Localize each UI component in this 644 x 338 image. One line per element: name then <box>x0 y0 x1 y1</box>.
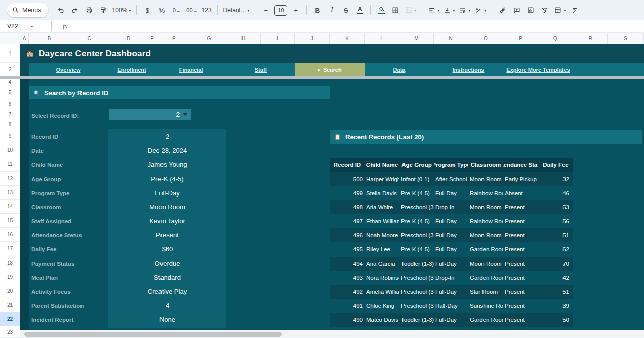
horizontal-scrollbar-thumb[interactable] <box>24 332 282 337</box>
table-cell: Star Room <box>468 285 503 299</box>
column-header-R[interactable]: R <box>573 33 608 44</box>
strikethrough-button[interactable]: S <box>339 4 352 17</box>
column-header-L[interactable]: L <box>365 33 399 44</box>
column-header-P[interactable]: P <box>503 33 538 44</box>
increase-font-size-button[interactable]: + <box>289 4 302 17</box>
cell-reference-box[interactable]: V22 ▾ <box>0 23 48 30</box>
field-label-age-group: Age Group <box>31 172 107 186</box>
row-header-2[interactable]: 2 <box>0 63 20 76</box>
tab-staff[interactable]: Staff <box>226 63 295 76</box>
menus-button[interactable]: Menus <box>7 3 48 17</box>
font-family-control[interactable]: Defaul... ▾ <box>222 4 251 17</box>
row-header-7[interactable]: 7 <box>0 109 20 120</box>
row-header-18[interactable]: 18 <box>0 256 20 270</box>
column-header-C[interactable]: C <box>70 33 108 44</box>
tab-search[interactable]: ▸Search <box>295 63 365 76</box>
table-views-control[interactable]: ▾ <box>552 4 567 17</box>
filter-button[interactable] <box>538 4 551 17</box>
text-wrap-control[interactable]: ▾ <box>457 4 472 17</box>
format-percent-button[interactable]: % <box>155 4 168 17</box>
row-header-10[interactable]: 10 <box>0 143 20 157</box>
column-header-O[interactable]: O <box>468 33 503 44</box>
select-all-corner[interactable] <box>0 33 20 44</box>
print-button[interactable] <box>83 4 96 17</box>
horizontal-scrollbar[interactable] <box>20 330 644 338</box>
row-header-19[interactable]: 19 <box>0 270 20 284</box>
tab-explore-more-templates[interactable]: Explore More Templates <box>503 63 573 76</box>
row-header-22[interactable]: 22 <box>0 312 20 326</box>
bold-button[interactable]: B <box>311 4 324 17</box>
table-cell: Full-Day <box>434 242 468 257</box>
column-header-I[interactable]: I <box>261 33 295 44</box>
merge-cells-button[interactable]: ▾ <box>403 4 418 17</box>
column-header-N[interactable]: N <box>434 33 468 44</box>
column-header-J[interactable]: J <box>295 33 330 44</box>
increase-decimal-button[interactable]: .00→ <box>183 4 199 17</box>
row-header-12[interactable]: 12 <box>0 172 20 186</box>
column-header-S[interactable]: S <box>608 33 644 44</box>
row-header-15[interactable]: 15 <box>0 214 20 228</box>
column-header-B[interactable]: B <box>29 33 70 44</box>
italic-button[interactable]: I <box>325 4 338 17</box>
field-value-meal-plan: Standard <box>108 271 226 285</box>
column-header-K[interactable]: K <box>330 33 365 44</box>
tab-enrollment[interactable]: Enrollment <box>108 63 155 76</box>
fill-color-button[interactable] <box>375 4 388 17</box>
column-header-H[interactable]: H <box>226 33 261 44</box>
paint-format-button[interactable] <box>97 4 110 17</box>
row-header-20[interactable]: 20 <box>0 284 20 298</box>
record-id-dropdown[interactable]: 2 <box>109 109 191 120</box>
row-header-4[interactable]: 4 <box>0 79 20 86</box>
table-cell: Amelia Williams <box>365 285 399 299</box>
redo-button[interactable] <box>68 4 82 17</box>
column-header-E[interactable]: E <box>149 33 155 44</box>
row-header-17[interactable]: 17 <box>0 242 20 256</box>
number-format-button[interactable]: 123 <box>200 4 213 17</box>
table-cell: Full-Day <box>434 228 468 242</box>
row-header-1[interactable]: 1 <box>0 44 20 63</box>
row-header-21[interactable]: 21 <box>0 298 20 312</box>
sheet-grid: 124567891011121314151617181920212223 Day… <box>0 44 644 338</box>
table-cell: 46 <box>538 186 573 200</box>
column-header-M[interactable]: M <box>399 33 434 44</box>
field-value-attendance-status: Present <box>108 228 226 242</box>
column-header-G[interactable]: G <box>192 33 226 44</box>
font-size-input[interactable]: 10 <box>274 5 287 16</box>
column-header-F[interactable]: F <box>155 33 192 44</box>
table-cell: Preschool (3-4) <box>399 228 434 242</box>
decrease-font-size-button[interactable]: − <box>259 4 272 17</box>
text-color-button[interactable]: A <box>353 4 366 17</box>
tab-data[interactable]: Data <box>365 63 434 76</box>
decrease-decimal-button[interactable]: .0← <box>169 4 182 17</box>
borders-button[interactable] <box>389 4 402 17</box>
row-header-16[interactable]: 16 <box>0 228 20 242</box>
tab-financial[interactable]: Financial <box>155 63 226 76</box>
horizontal-align-control[interactable]: ▾ <box>426 4 441 17</box>
insert-chart-button[interactable] <box>524 4 537 17</box>
row-header-13[interactable]: 13 <box>0 186 20 200</box>
row-header-8[interactable]: 8 <box>0 120 20 129</box>
tab-instructions[interactable]: Instructions <box>434 63 503 76</box>
text-rotation-control[interactable]: A ▾ <box>473 4 488 17</box>
column-header-D[interactable]: D <box>108 33 149 44</box>
row-header-11[interactable]: 11 <box>0 157 20 172</box>
table-cell: Pre-K (4-5) <box>399 242 434 257</box>
insert-comment-button[interactable] <box>510 4 523 17</box>
minus-icon: − <box>264 7 268 14</box>
table-row: 495Riley LeePre-K (4-5)Full-DayGarden Ro… <box>330 242 573 257</box>
format-currency-button[interactable]: $ <box>141 4 154 17</box>
column-header-A[interactable]: A <box>20 33 29 44</box>
tab-overview[interactable]: Overview <box>29 63 108 76</box>
row-header-6[interactable]: 6 <box>0 99 20 109</box>
row-header-5[interactable]: 5 <box>0 86 20 99</box>
undo-button[interactable] <box>54 4 67 17</box>
clipboard-icon <box>334 133 341 141</box>
vertical-align-control[interactable]: ▾ <box>442 4 456 17</box>
row-header-9[interactable]: 9 <box>0 129 20 143</box>
functions-button[interactable]: Σ <box>568 4 581 17</box>
insert-link-button[interactable] <box>496 4 509 17</box>
row-header-23[interactable]: 23 <box>0 326 20 338</box>
zoom-control[interactable]: 100% ▾ <box>111 4 133 17</box>
row-header-14[interactable]: 14 <box>0 200 20 214</box>
column-header-Q[interactable]: Q <box>538 33 573 44</box>
